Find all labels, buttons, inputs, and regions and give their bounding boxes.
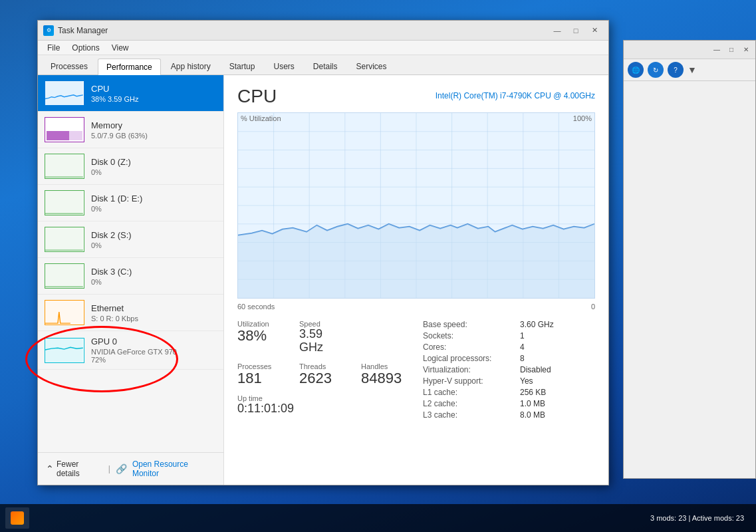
hyper-v-label: Hyper-V support: (423, 376, 509, 386)
chart-time-start: 60 seconds (237, 303, 275, 311)
logical-processors-row: Logical processors: 8 (423, 354, 595, 363)
sidebar-item-cpu[interactable]: CPU 38% 3.59 GHz (38, 75, 223, 112)
browser-refresh-icon[interactable]: ↻ (648, 62, 664, 78)
disk2-preview (45, 227, 84, 252)
base-speed-label: Base speed: (423, 320, 509, 329)
cpu-detail-panel: CPU Intel(R) Core(TM) i7-4790K CPU @ 4.0… (224, 75, 608, 485)
menu-bar: File Options View (38, 41, 608, 55)
sidebar-item-disk0[interactable]: Disk 0 (Z:) 0% (38, 148, 223, 185)
hyper-v-row: Hyper-V support: Yes (423, 376, 595, 386)
tab-details[interactable]: Details (305, 58, 346, 74)
stats-grid: Utilization 38% Speed 3.59 GHz Processes… (237, 320, 410, 386)
disk0-preview (45, 154, 84, 179)
cpu-chart-container: % Utilization 100% (237, 112, 595, 299)
logical-processors-label: Logical processors: (423, 354, 509, 363)
sidebar-item-ethernet[interactable]: Ethernet S: 0 R: 0 Kbps (38, 295, 223, 331)
chart-time-end: 0 (591, 303, 595, 311)
browser-globe-icon: 🌐 (628, 62, 644, 78)
svg-rect-1 (45, 154, 83, 178)
bottom-section: Utilization 38% Speed 3.59 GHz Processes… (237, 320, 595, 422)
browser-toolbar: 🌐 ↻ ? ▼ (624, 59, 755, 81)
sockets-value: 1 (520, 331, 525, 340)
cpu-title: CPU (237, 86, 277, 107)
menu-options[interactable]: Options (66, 42, 104, 54)
taskbar-item-icon (11, 511, 24, 525)
right-info: Base speed: 3.60 GHz Sockets: 1 Cores: 4… (423, 320, 595, 422)
fewer-details-button[interactable]: ⌃ Fewer details (46, 460, 103, 478)
ethernet-item-detail: S: 0 R: 0 Kbps (91, 315, 217, 323)
tab-app-history[interactable]: App history (162, 58, 219, 74)
menu-view[interactable]: View (106, 42, 134, 54)
taskbar-item-browser[interactable] (5, 507, 29, 529)
browser-close-btn[interactable]: ✕ (741, 45, 751, 55)
virtualization-label: Virtualization: (423, 365, 509, 374)
browser-minimize-btn[interactable]: — (711, 45, 722, 55)
l2-cache-value: 1.0 MB (520, 399, 545, 408)
open-resource-monitor-link[interactable]: Open Resource Monitor (132, 460, 215, 478)
sidebar-item-memory[interactable]: Memory 5.0/7.9 GB (63%) (38, 112, 223, 148)
cores-value: 4 (520, 342, 525, 352)
memory-preview (45, 117, 84, 142)
browser-help-icon[interactable]: ? (668, 62, 684, 78)
menu-file[interactable]: File (42, 42, 65, 54)
sockets-label: Sockets: (423, 331, 509, 340)
chart-y-label: % Utilization (241, 114, 281, 122)
tab-performance[interactable]: Performance (98, 59, 161, 75)
fewer-details-label: Fewer details (57, 460, 103, 478)
browser-dropdown-icon[interactable]: ▼ (688, 65, 697, 75)
handles-label: Handles (361, 362, 410, 370)
cpu-header: CPU Intel(R) Core(TM) i7-4790K CPU @ 4.0… (237, 86, 595, 107)
threads-value: 2623 (299, 370, 348, 386)
sidebar-item-disk3[interactable]: Disk 3 (C:) 0% (38, 258, 223, 295)
gpu0-preview (45, 338, 84, 363)
base-speed-row: Base speed: 3.60 GHz (423, 320, 595, 329)
ethernet-preview (45, 300, 84, 325)
cpu-item-info: CPU 38% 3.59 GHz (91, 84, 217, 103)
memory-item-info: Memory 5.0/7.9 GB (63%) (91, 120, 217, 140)
speed-stat: Speed 3.59 GHz (299, 320, 348, 354)
utilization-value: 38% (237, 328, 286, 344)
l2-cache-row: L2 cache: 1.0 MB (423, 399, 595, 408)
maximize-button[interactable]: □ (567, 23, 584, 38)
tab-startup[interactable]: Startup (221, 58, 264, 74)
left-stats: Utilization 38% Speed 3.59 GHz Processes… (237, 320, 410, 422)
close-button[interactable]: ✕ (586, 23, 603, 38)
svg-rect-3 (45, 191, 83, 215)
disk0-item-detail: 0% (91, 168, 217, 176)
threads-stat: Threads 2623 (299, 362, 348, 386)
ethernet-item-name: Ethernet (91, 303, 217, 313)
resource-monitor-icon: 🔗 (116, 464, 127, 474)
sidebar-item-gpu0[interactable]: GPU 0 NVIDIA GeForce GTX 970 72% (38, 331, 223, 370)
svg-rect-7 (45, 264, 83, 288)
utilization-stat: Utilization 38% (237, 320, 286, 354)
disk3-item-detail: 0% (91, 278, 217, 286)
l1-cache-label: L1 cache: (423, 388, 509, 397)
processes-label: Processes (237, 362, 286, 370)
sidebar-item-disk1[interactable]: Disk 1 (D: E:) 0% (38, 185, 223, 221)
browser-maximize-btn[interactable]: □ (726, 45, 737, 55)
uptime-stat: Up time 0:11:01:09 (237, 394, 410, 416)
processes-stat: Processes 181 (237, 362, 286, 386)
logical-processors-value: 8 (520, 354, 525, 363)
tab-processes[interactable]: Processes (42, 58, 96, 74)
disk2-item-name: Disk 2 (S:) (91, 230, 217, 240)
disk0-item-info: Disk 0 (Z:) 0% (91, 157, 217, 176)
chart-time-labels: 60 seconds 0 (237, 303, 595, 311)
window-controls: — □ ✕ (549, 23, 603, 38)
tab-users[interactable]: Users (265, 58, 303, 74)
virtualization-value: Disabled (520, 365, 551, 374)
task-manager-icon: ⚙ (43, 25, 54, 36)
handles-stat: Handles 84893 (361, 362, 410, 386)
window-title: Task Manager (58, 26, 549, 35)
sidebar-footer: ⌃ Fewer details | 🔗 Open Resource Monito… (38, 452, 223, 485)
gpu0-item-info: GPU 0 NVIDIA GeForce GTX 970 72% (91, 336, 217, 364)
sidebar: CPU 38% 3.59 GHz Memory 5.0/7.9 GB (63%) (38, 75, 224, 485)
sidebar-item-disk2[interactable]: Disk 2 (S:) 0% (38, 221, 223, 258)
minimize-button[interactable]: — (549, 23, 566, 38)
l3-cache-label: L3 cache: (423, 410, 509, 420)
disk0-item-name: Disk 0 (Z:) (91, 157, 217, 167)
tab-services[interactable]: Services (348, 58, 396, 74)
handles-value: 84893 (361, 370, 410, 386)
cpu-preview (45, 80, 84, 106)
cpu-item-name: CPU (91, 84, 217, 94)
